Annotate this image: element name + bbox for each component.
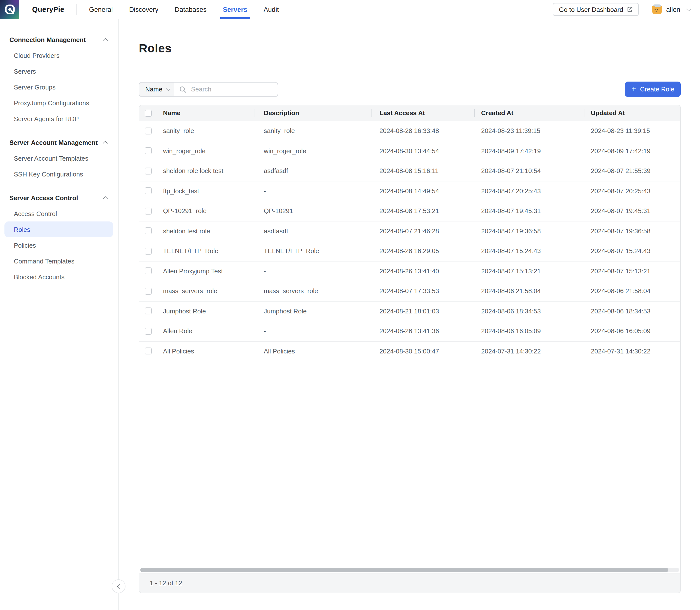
cell-last-access-at: 2024-08-08 14:49:54 [371,187,474,195]
sidebar: Connection Management Cloud Providers Se… [0,19,119,610]
cell-name: mass_servers_role [155,287,254,295]
row-checkbox-cell [139,288,155,295]
cell-description: TELNET/FTP_Role [254,247,371,255]
column-header-name[interactable]: Name [155,109,254,117]
sidebar-item[interactable]: Blocked Accounts [0,269,118,285]
table-row[interactable]: Allen Role - 2024-08-26 13:41:36 2024-08… [139,321,680,341]
nav-tab[interactable]: General [89,0,113,19]
column-header-last-access-at[interactable]: Last Access At [371,109,474,117]
row-checkbox[interactable] [145,248,152,255]
navbar-divider [76,4,77,15]
row-checkbox-cell [139,128,155,134]
cell-last-access-at: 2024-08-07 21:46:28 [371,227,474,235]
table-row[interactable]: All Policies All Policies 2024-08-30 15:… [139,341,680,362]
sidebar-section-items: Access Control Roles Policies Command Te… [0,206,118,285]
smiley-avatar-icon [652,4,662,14]
cell-created-at: 2024-08-07 21:10:54 [474,167,584,175]
filter-field-select[interactable]: Name [139,82,174,96]
table-row[interactable]: mass_servers_role mass_servers_role 2024… [139,281,680,301]
chevron-up-icon [103,196,108,201]
chevron-down-icon[interactable] [686,6,691,11]
table-row[interactable]: Allen Proxyjump Test - 2024-08-26 13:41:… [139,261,680,281]
cell-description: - [254,268,371,275]
row-checkbox[interactable] [145,167,152,175]
nav-tab[interactable]: Databases [174,0,206,19]
cell-updated-at: 2024-07-31 14:30:22 [584,348,680,355]
sidebar-item[interactable]: Roles [4,222,113,237]
cell-name: TELNET/FTP_Role [155,247,254,255]
user-avatar[interactable] [652,4,662,14]
sidebar-collapse-button[interactable] [112,579,126,593]
table-row[interactable]: sheldon test role asdfasdf 2024-08-07 21… [139,221,680,241]
sidebar-section-header[interactable]: Server Account Management [0,134,118,150]
cell-updated-at: 2024-08-09 17:42:19 [584,147,680,155]
nav-tab[interactable]: Audit [264,0,279,19]
cell-last-access-at: 2024-08-08 15:16:11 [371,167,474,175]
sidebar-item[interactable]: Access Control [0,206,118,222]
cell-created-at: 2024-08-07 19:45:31 [474,207,584,215]
table-row[interactable]: Jumphost Role Jumphost Role 2024-08-21 1… [139,301,680,321]
row-checkbox-cell [139,167,155,175]
sidebar-section-header[interactable]: Connection Management [0,32,118,47]
row-checkbox[interactable] [145,208,152,214]
section-title: Server Access Control [10,194,78,202]
sidebar-section-header[interactable]: Server Access Control [0,190,118,206]
cell-created-at: 2024-08-07 15:13:21 [474,268,584,275]
sidebar-item[interactable]: Servers [0,63,118,79]
main-nav: General Discovery Databases Servers Audi… [89,0,279,19]
cell-updated-at: 2024-08-06 21:58:04 [584,287,680,295]
cell-last-access-at: 2024-08-30 15:00:47 [371,348,474,355]
table-row[interactable]: QP-10291_role QP-10291 2024-08-08 17:53:… [139,201,680,221]
create-role-button[interactable]: + Create Role [625,82,681,97]
row-checkbox[interactable] [145,268,152,275]
section-title: Server Account Management [10,139,98,146]
row-checkbox[interactable] [145,288,152,295]
row-checkbox[interactable] [145,308,152,315]
table-row[interactable]: sheldon role lock test asdfasdf 2024-08-… [139,161,680,181]
row-checkbox[interactable] [145,188,152,194]
scrollbar-thumb[interactable] [140,568,668,572]
table-row[interactable]: sanity_role sanity_role 2024-08-28 16:33… [139,121,680,141]
sidebar-item[interactable]: Cloud Providers [0,47,118,63]
cell-name: QP-10291_role [155,207,254,215]
row-checkbox[interactable] [145,328,152,335]
row-checkbox[interactable] [145,128,152,134]
row-checkbox[interactable] [145,147,152,155]
sidebar-item[interactable]: Command Templates [0,253,118,269]
go-to-user-dashboard-button[interactable]: Go to User Dashboard [553,3,639,16]
sidebar-item[interactable]: SSH Key Configurations [0,166,118,182]
nav-tab[interactable]: Discovery [129,0,159,19]
search-input[interactable] [190,85,272,93]
sidebar-item[interactable]: Policies [0,237,118,253]
cell-created-at: 2024-08-09 17:42:19 [474,147,584,155]
sidebar-section-connection-management: Connection Management Cloud Providers Se… [0,32,118,127]
sidebar-item[interactable]: Server Agents for RDP [0,111,118,127]
cell-description: asdfasdf [254,227,371,235]
row-checkbox[interactable] [145,348,152,355]
column-header-description[interactable]: Description [254,109,371,117]
column-header-updated-at[interactable]: Updated At [584,109,680,117]
row-checkbox-cell [139,308,155,315]
sidebar-item[interactable]: Server Account Templates [0,150,118,166]
select-all-checkbox[interactable] [145,110,152,116]
sidebar-item[interactable]: Server Groups [0,79,118,95]
chevron-up-icon [103,141,108,146]
cell-name: sanity_role [155,127,254,135]
cell-last-access-at: 2024-08-28 16:33:48 [371,127,474,135]
dashboard-button-label: Go to User Dashboard [559,6,623,13]
column-header-created-at[interactable]: Created At [474,109,584,117]
horizontal-scrollbar [140,568,679,572]
table-row[interactable]: ftp_lock_test - 2024-08-08 14:49:54 2024… [139,181,680,201]
cell-updated-at: 2024-08-23 11:39:15 [584,127,680,135]
querypie-logo[interactable] [0,0,19,19]
nav-tab[interactable]: Servers [223,0,247,19]
sidebar-item[interactable]: ProxyJump Configurations [0,95,118,111]
cell-updated-at: 2024-08-07 19:45:31 [584,207,680,215]
cell-updated-at: 2024-08-07 21:55:39 [584,167,680,175]
top-navbar: QueryPie General Discovery Databases Ser… [0,0,700,19]
row-checkbox[interactable] [145,228,152,235]
table-row[interactable]: win_roger_role win_roger_role 2024-08-30… [139,141,680,161]
sidebar-section-items: Server Account Templates SSH Key Configu… [0,150,118,182]
table-row[interactable]: TELNET/FTP_Role TELNET/FTP_Role 2024-08-… [139,241,680,261]
cell-description: Jumphost Role [254,307,371,315]
